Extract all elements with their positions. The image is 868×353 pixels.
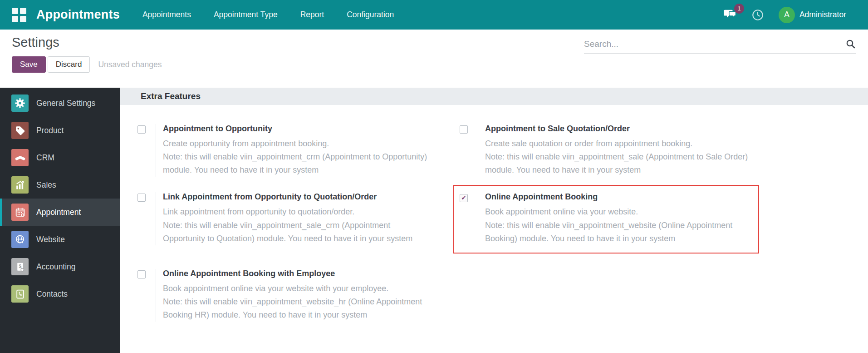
setting-title[interactable]: Appointment to Sale Quotation/Order (485, 124, 750, 134)
setting-title[interactable]: Online Appointment Booking (485, 192, 750, 202)
sidebar-item-crm[interactable]: CRM (0, 144, 120, 171)
activities-clock-icon[interactable] (751, 9, 764, 21)
messages-badge: 1 (734, 4, 744, 14)
gear-icon (11, 94, 29, 112)
save-button[interactable]: Save (12, 56, 46, 73)
avatar: A (779, 7, 795, 23)
setting-description: Create opportunity from appointment book… (163, 137, 428, 150)
tag-icon (11, 122, 29, 139)
setting-note: Note: this will enable viin_appointment_… (163, 219, 428, 245)
setting-appointment-to-sale: Appointment to Sale Quotation/Order Crea… (460, 124, 759, 177)
main-menu: Appointments Appointment Type Report Con… (142, 7, 395, 22)
menu-configuration[interactable]: Configuration (346, 7, 395, 22)
sidebar-item-accounting[interactable]: $ Accounting (0, 253, 120, 280)
sidebar-item-label: CRM (36, 153, 54, 163)
handshake-icon (11, 149, 29, 166)
sidebar-item-appointment[interactable]: Appointment (0, 199, 120, 226)
bar-chart-icon (11, 176, 29, 194)
settings-sidebar: General Settings Product (0, 88, 120, 353)
online-booking-employee-checkbox[interactable] (137, 270, 146, 278)
setting-note: Note: this will enable viin_appointment_… (163, 295, 428, 322)
sidebar-item-label: Sales (36, 180, 56, 190)
settings-grid: Appointment to Opportunity Create opport… (120, 105, 868, 337)
setting-description: Book appointment online via your website… (163, 282, 428, 295)
top-navbar: Appointments Appointments Appointment Ty… (0, 0, 868, 30)
appointment-to-opportunity-checkbox[interactable] (137, 125, 146, 134)
menu-appointment-type[interactable]: Appointment Type (213, 7, 279, 22)
appointment-to-sale-checkbox[interactable] (460, 125, 468, 134)
apps-grid-icon[interactable] (12, 8, 26, 22)
search-box (584, 39, 856, 54)
discard-button[interactable]: Discard (48, 56, 90, 73)
section-title: Extra Features (120, 88, 868, 105)
setting-description: Book appointment online via your website… (485, 205, 750, 219)
link-appointment-checkbox[interactable] (137, 194, 146, 202)
search-icon[interactable] (845, 39, 856, 50)
sidebar-item-label: Appointment (36, 208, 81, 217)
setting-online-appointment-booking: Online Appointment Booking Book appointm… (453, 185, 759, 253)
setting-note: Note: this will enable viin_appointment_… (485, 219, 750, 245)
sidebar-item-contacts[interactable]: Contacts (0, 280, 120, 308)
sidebar-item-label: Contacts (36, 289, 68, 299)
sidebar-item-website[interactable]: Website (0, 226, 120, 253)
setting-appointment-to-opportunity: Appointment to Opportunity Create opport… (137, 124, 460, 177)
setting-title[interactable]: Online Appointment Booking with Employee (163, 269, 428, 278)
contact-card-icon (11, 285, 29, 303)
setting-description: Link appointment from opportunity to quo… (163, 205, 428, 219)
app-title: Appointments (36, 8, 120, 22)
menu-appointments[interactable]: Appointments (142, 7, 192, 22)
setting-link-appointment-opportunity: Link Appointment from Opportunity to Quo… (137, 192, 460, 245)
setting-note: Note: this will enable viin_appointment_… (485, 150, 750, 177)
sidebar-item-product[interactable]: Product (0, 117, 120, 144)
sidebar-item-sales[interactable]: Sales (0, 171, 120, 199)
setting-note: Note: this will enable viin_appointment_… (163, 150, 428, 177)
setting-title[interactable]: Appointment to Opportunity (163, 124, 428, 134)
online-booking-checkbox[interactable] (460, 194, 468, 202)
calendar-icon (11, 204, 29, 221)
username: Administrator (799, 10, 846, 20)
sidebar-item-label: Product (36, 126, 64, 135)
sidebar-item-general-settings[interactable]: General Settings (0, 89, 120, 117)
settings-main: Extra Features Appointment to Opportunit… (120, 88, 868, 353)
sidebar-item-label: General Settings (36, 99, 95, 108)
setting-description: Create sale quotation or order from appo… (485, 137, 750, 150)
messages-button[interactable]: 1 (723, 8, 737, 22)
menu-report[interactable]: Report (299, 7, 325, 22)
setting-online-booking-with-employee: Online Appointment Booking with Employee… (137, 269, 460, 322)
globe-icon (11, 231, 29, 248)
svg-text:$: $ (19, 264, 21, 269)
unsaved-changes-label: Unsaved changes (98, 60, 162, 70)
invoice-icon: $ (11, 258, 29, 275)
sidebar-item-label: Website (36, 235, 65, 244)
sidebar-item-label: Accounting (36, 262, 76, 272)
control-panel: Settings Save Discard Unsaved changes (0, 30, 868, 88)
setting-title[interactable]: Link Appointment from Opportunity to Quo… (163, 192, 428, 202)
user-menu[interactable]: A Administrator (779, 7, 846, 23)
search-input[interactable] (584, 39, 845, 49)
